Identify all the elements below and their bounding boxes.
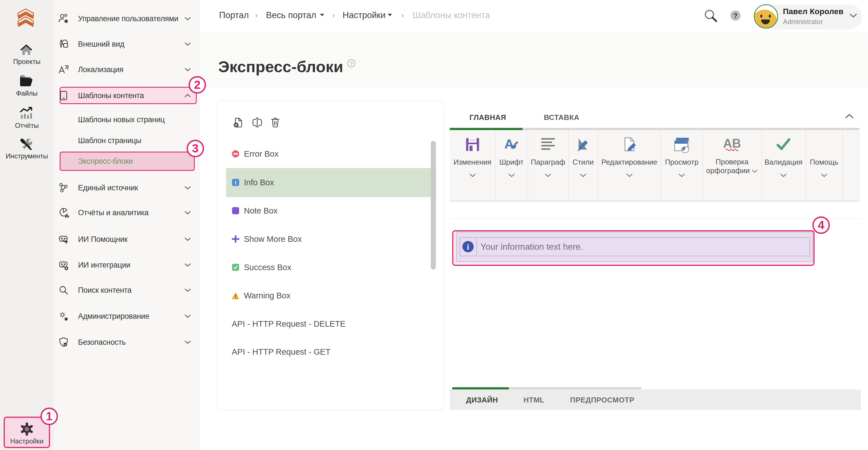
svg-text:AB: AB: [723, 137, 741, 150]
svg-text:i: i: [235, 180, 236, 185]
svg-text:A: A: [504, 137, 514, 151]
